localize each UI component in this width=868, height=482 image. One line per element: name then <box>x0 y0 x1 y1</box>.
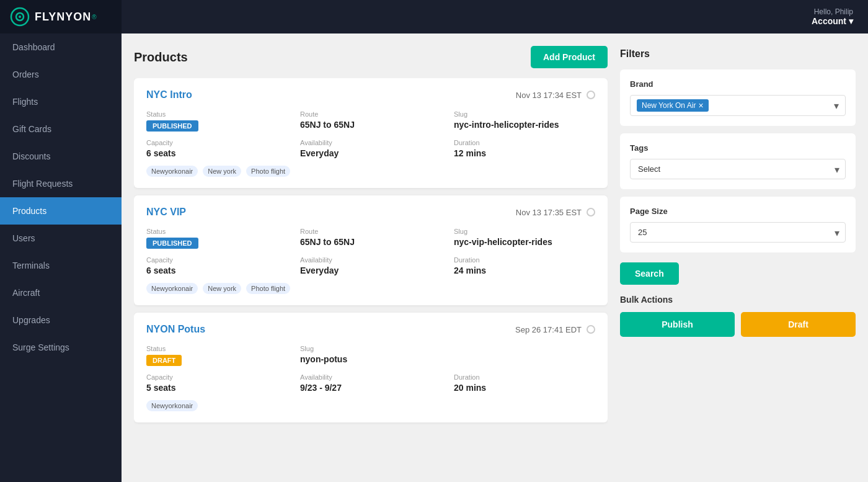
field-route: Route 65NJ to 65NJ <box>300 110 441 132</box>
sidebar-item-dashboard[interactable]: Dashboard <box>0 33 122 61</box>
tags-filter-section: Tags Select <box>620 133 856 189</box>
availability-value: 9/23 - 9/27 <box>300 383 441 393</box>
product-status-circle <box>587 91 595 99</box>
field-capacity: Capacity 6 seats <box>146 139 288 158</box>
route-value: 65NJ to 65NJ <box>300 120 441 130</box>
field-availability: Availability 9/23 - 9/27 <box>300 373 441 393</box>
brand-dropdown-icon[interactable]: ▾ <box>834 100 839 112</box>
page-size-filter-section: Page Size 25 <box>620 197 856 252</box>
bulk-buttons: Publish Draft <box>620 312 856 337</box>
product-name[interactable]: NYC Intro <box>146 89 192 100</box>
product-fields: Status PUBLISHED Route 65NJ to 65NJ Slug… <box>146 110 595 158</box>
product-name[interactable]: NYON Potus <box>146 324 205 335</box>
availability-value: Everyday <box>300 148 441 158</box>
sidebar-item-upgrades[interactable]: Upgrades <box>0 306 122 334</box>
availability-value: Everyday <box>300 266 441 275</box>
field-duration: Duration 20 mins <box>454 373 595 393</box>
product-fields: Status DRAFT Slug nyon-potus Capacity 5 … <box>146 345 595 393</box>
field-capacity: Capacity 5 seats <box>146 373 288 393</box>
tags-label: Tags <box>630 143 846 153</box>
field-slug: Slug nyc-vip-helicopter-rides <box>454 228 595 249</box>
sidebar-item-aircraft[interactable]: Aircraft <box>0 279 122 306</box>
bulk-draft-button[interactable]: Draft <box>741 312 856 337</box>
bulk-actions-title: Bulk Actions <box>620 295 856 305</box>
tag-chip[interactable]: Newyorkonair <box>146 283 198 294</box>
duration-value: 12 mins <box>454 148 595 158</box>
sidebar-item-discounts[interactable]: Discounts <box>0 143 122 170</box>
product-fields: Status PUBLISHED Route 65NJ to 65NJ Slug… <box>146 228 595 275</box>
main-area: Hello, Philip Account ▾ Products Add Pro… <box>122 0 868 482</box>
capacity-value: 6 seats <box>146 148 288 158</box>
field-status: Status PUBLISHED <box>146 228 288 249</box>
logo-icon <box>10 7 30 27</box>
filters-title: Filters <box>620 48 856 60</box>
field-duration: Duration 24 mins <box>454 256 595 275</box>
duration-value: 20 mins <box>454 383 595 393</box>
tags-select-wrapper: Select <box>630 159 846 179</box>
slug-value: nyon-potus <box>300 354 441 364</box>
logo-text: FLYNYON <box>35 11 91 24</box>
field-duration: Duration 12 mins <box>454 139 595 158</box>
content-area: Products Add Product NYC Intro Nov 13 17… <box>122 33 868 482</box>
sidebar-item-gift-cards[interactable]: Gift Cards <box>0 115 122 143</box>
sidebar: FLYNYON ® Dashboard Orders Flights Gift … <box>0 0 122 482</box>
product-meta: Nov 13 17:35 EST <box>516 208 595 217</box>
field-status: Status PUBLISHED <box>146 110 288 132</box>
sidebar-item-flight-requests[interactable]: Flight Requests <box>0 170 122 197</box>
sidebar-item-products[interactable]: Products <box>0 197 122 225</box>
product-meta: Nov 13 17:34 EST <box>516 91 595 100</box>
product-card-header: NYC VIP Nov 13 17:35 EST <box>146 207 595 218</box>
product-tags: Newyorkonair New york Photo flight <box>146 283 595 294</box>
field-availability: Availability Everyday <box>300 139 441 158</box>
tag-chip[interactable]: New york <box>203 283 241 294</box>
field-empty <box>454 345 595 366</box>
search-wrapper: Search <box>620 260 856 285</box>
tag-chip[interactable]: New york <box>203 166 241 177</box>
product-card-header: NYON Potus Sep 26 17:41 EDT <box>146 324 595 335</box>
duration-value: 24 mins <box>454 266 595 275</box>
tag-chip[interactable]: Newyorkonair <box>146 166 198 177</box>
brand-tag-remove[interactable]: × <box>698 101 703 110</box>
filters-panel: Filters Brand New York On Air × ▾ Tags S… <box>620 46 856 470</box>
tag-chip[interactable]: Photo flight <box>246 166 290 177</box>
sidebar-item-orders[interactable]: Orders <box>0 61 122 88</box>
product-card: NYC Intro Nov 13 17:34 EST Status PUBLIS… <box>134 78 608 188</box>
page-size-select[interactable]: 25 <box>630 222 846 243</box>
product-tags: Newyorkonair New york Photo flight <box>146 166 595 177</box>
products-title: Products <box>134 50 188 65</box>
svg-point-2 <box>19 16 21 18</box>
status-badge: PUBLISHED <box>146 238 198 249</box>
product-card: NYON Potus Sep 26 17:41 EDT Status DRAFT… <box>134 313 608 422</box>
sidebar-item-flights[interactable]: Flights <box>0 88 122 115</box>
product-meta: Sep 26 17:41 EDT <box>515 325 595 334</box>
sidebar-item-users[interactable]: Users <box>0 225 122 252</box>
field-slug: Slug nyon-potus <box>300 345 441 366</box>
status-badge: PUBLISHED <box>146 120 198 132</box>
products-list: NYC Intro Nov 13 17:34 EST Status PUBLIS… <box>134 78 608 470</box>
product-name[interactable]: NYC VIP <box>146 207 186 218</box>
tag-chip[interactable]: Photo flight <box>246 283 290 294</box>
slug-value: nyc-vip-helicopter-rides <box>454 237 595 247</box>
field-slug: Slug nyc-intro-helicopter-rides <box>454 110 595 132</box>
search-button[interactable]: Search <box>620 262 679 285</box>
brand-filter-section: Brand New York On Air × ▾ <box>620 69 856 126</box>
page-size-label: Page Size <box>630 207 846 216</box>
account-menu[interactable]: Account ▾ <box>812 16 853 26</box>
products-panel: Products Add Product NYC Intro Nov 13 17… <box>134 46 608 470</box>
field-route: Route 65NJ to 65NJ <box>300 228 441 249</box>
greeting-text: Hello, Philip <box>812 7 853 16</box>
sidebar-item-terminals[interactable]: Terminals <box>0 252 122 279</box>
route-value: 65NJ to 65NJ <box>300 237 441 247</box>
add-product-button[interactable]: Add Product <box>531 46 608 68</box>
tags-select[interactable]: Select <box>630 159 846 179</box>
product-tags: Newyorkonair <box>146 400 595 411</box>
sidebar-item-surge-settings[interactable]: Surge Settings <box>0 334 122 361</box>
tag-chip[interactable]: Newyorkonair <box>146 400 198 411</box>
logo-registered: ® <box>92 14 96 20</box>
topbar-user: Hello, Philip Account ▾ <box>812 7 853 26</box>
status-badge: DRAFT <box>146 355 182 366</box>
topbar: Hello, Philip Account ▾ <box>122 0 868 33</box>
bulk-publish-button[interactable]: Publish <box>620 312 735 337</box>
product-card: NYC VIP Nov 13 17:35 EST Status PUBLISHE… <box>134 195 608 305</box>
products-header: Products Add Product <box>134 46 608 68</box>
